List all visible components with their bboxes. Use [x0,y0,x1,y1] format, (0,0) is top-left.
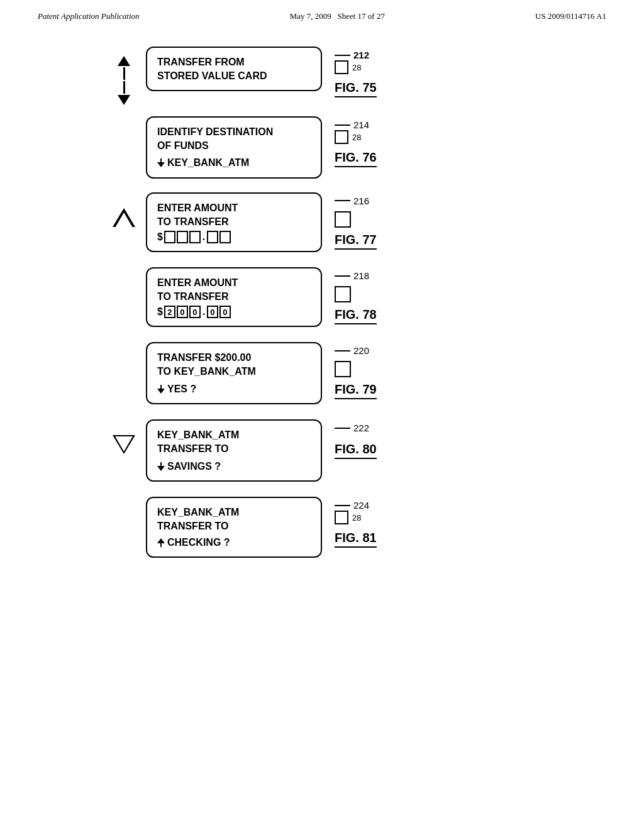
right-area-81: 224 28 FIG. 81 [322,497,377,548]
left-icon-78 [102,267,146,277]
ref-line-80: 222 [335,423,369,433]
left-icon-81 [102,497,146,506]
ref-num-81: 224 [353,500,369,511]
digit-box-5 [219,231,231,243]
fig-label-80: FIG. 80 [335,442,377,459]
triangle-down-outline-icon [113,435,135,454]
decimal-sep: . [203,231,205,243]
triangle-up-outline-icon [113,208,135,227]
left-icon-77 [102,192,146,227]
screen-text-80: KEY_BANK_ATMTRANSFER TO SAVINGS ? [157,428,311,473]
left-icon-75 [102,47,146,105]
connector-79 [335,350,350,351]
digit-box-3 [189,231,201,243]
small-square-76 [335,130,348,144]
figure-row-75: TRANSFER FROMSTORED VALUE CARD 212 28 FI… [102,47,542,105]
large-square-78 [335,286,351,302]
cursor-down-icon-79 [157,385,165,394]
connector-77 [335,200,350,201]
header-date-sheet: May 7, 2009 Sheet 17 of 27 [290,11,385,21]
screen-box-79: TRANSFER $200.00TO KEY_BANK_ATM YES ? [146,342,322,404]
cursor-up-icon-81 [157,538,165,547]
fig-label-79: FIG. 79 [335,382,377,399]
header-publication: Patent Application Publication [38,11,140,21]
large-square-79 [335,361,351,377]
screen-text-77: ENTER AMOUNTTO TRANSFER [157,201,311,228]
badge-75: 28 [352,63,361,72]
ref-line-77: 216 [335,196,369,206]
updown-arrow-icon [118,56,130,105]
ref-num-75: 212 [353,50,369,60]
figure-row-77: ENTER AMOUNTTO TRANSFER $ . 216 FIG. 77 [102,192,542,252]
figure-row-79: TRANSFER $200.00TO KEY_BANK_ATM YES ? 22… [102,342,542,404]
figure-row-78: ENTER AMOUNTTO TRANSFER $ 2 0 0 . 0 0 21… [102,267,542,327]
ref-line-78: 218 [335,270,369,281]
arrow-down-icon [118,95,130,105]
header-patent: US 2009/0114716 A1 [535,11,606,21]
badge-81: 28 [352,513,361,523]
screen-text-76: IDENTIFY DESTINATIONOF FUNDS KEY_BANK_AT… [157,125,311,170]
ref-num-79: 220 [353,345,369,356]
right-area-77: 216 FIG. 77 [322,192,377,250]
figure-row-80: KEY_BANK_ATMTRANSFER TO SAVINGS ? 222 FI… [102,419,542,482]
connector-81 [335,505,350,506]
page-header: Patent Application Publication May 7, 20… [0,0,644,28]
right-area-80: 222 FIG. 80 [322,419,377,459]
fig-label-76: FIG. 76 [335,150,377,167]
screen-box-81: KEY_BANK_ATMTRANSFER TO CHECKING ? [146,497,322,558]
digit-box-4 [207,231,218,243]
large-square-77 [335,211,351,228]
digit-box-2 [177,231,188,243]
connector-80 [335,428,350,429]
left-icon-79 [102,342,146,351]
screen-box-78: ENTER AMOUNTTO TRANSFER $ 2 0 0 . 0 0 [146,267,322,327]
screen-box-75: TRANSFER FROMSTORED VALUE CARD [146,47,322,91]
ref-line-75: 212 [335,50,369,60]
small-box-area-75: 28 [335,60,361,74]
arrow-line2 [123,81,125,94]
right-area-75: 212 28 FIG. 75 [322,47,377,97]
screen-box-77: ENTER AMOUNTTO TRANSFER $ . [146,192,322,252]
cursor-down-icon-80 [157,462,165,471]
decimal-sep-78: . [203,306,205,318]
right-area-78: 218 FIG. 78 [322,267,377,324]
screen-text-81: KEY_BANK_ATMTRANSFER TO CHECKING ? [157,506,311,549]
small-box-area-76: 28 [335,130,361,144]
ref-line-81: 224 [335,500,369,511]
screen-text-78: ENTER AMOUNTTO TRANSFER [157,276,311,303]
small-square-81 [335,511,348,524]
ref-num-76: 214 [353,119,369,130]
digit-box-f3: 0 [189,306,201,318]
digit-box-f1: 2 [164,306,175,318]
arrow-line [123,67,125,80]
ref-num-77: 216 [353,196,369,206]
digit-box-f5: 0 [219,306,231,318]
digit-box-f2: 0 [177,306,188,318]
fig-label-75: FIG. 75 [335,80,377,97]
fig-label-77: FIG. 77 [335,233,377,250]
input-row-77: $ . [157,231,311,243]
main-content: TRANSFER FROMSTORED VALUE CARD 212 28 FI… [0,28,644,577]
screen-text-79: TRANSFER $200.00TO KEY_BANK_ATM YES ? [157,351,311,396]
figure-row-76: IDENTIFY DESTINATIONOF FUNDS KEY_BANK_AT… [102,116,542,179]
screen-text-75: TRANSFER FROMSTORED VALUE CARD [157,55,311,82]
arrow-up-icon [118,56,130,66]
badge-76: 28 [352,133,361,142]
screen-box-80: KEY_BANK_ATMTRANSFER TO SAVINGS ? [146,419,322,482]
input-row-78: $ 2 0 0 . 0 0 [157,306,311,318]
figure-row-81: KEY_BANK_ATMTRANSFER TO CHECKING ? 224 2… [102,497,542,558]
ref-line-76: 214 [335,119,369,130]
ref-line-79: 220 [335,345,369,356]
fig-label-81: FIG. 81 [335,531,377,548]
screen-box-76: IDENTIFY DESTINATIONOF FUNDS KEY_BANK_AT… [146,116,322,179]
left-icon-76 [102,116,146,126]
small-box-area-81: 28 [335,511,361,524]
right-area-76: 214 28 FIG. 76 [322,116,377,167]
cursor-down-icon-76 [157,158,165,167]
fig-label-78: FIG. 78 [335,307,377,324]
ref-num-80: 222 [353,423,369,433]
right-area-79: 220 FIG. 79 [322,342,377,399]
digit-box-f4: 0 [207,306,218,318]
connector-78 [335,275,350,277]
small-square-75 [335,60,348,74]
